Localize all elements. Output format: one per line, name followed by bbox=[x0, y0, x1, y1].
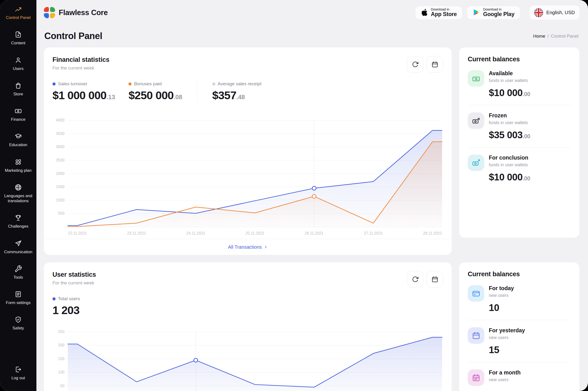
current-balances-users-card: Current balances For today new users 10 bbox=[459, 262, 579, 391]
sidebar-item-form-settings[interactable]: Form settings bbox=[1, 290, 35, 305]
legend-dot bbox=[128, 83, 132, 86]
balance-value: $10 000.00 bbox=[489, 88, 530, 98]
refresh-button[interactable] bbox=[407, 56, 423, 73]
sidebar-item-communication[interactable]: Communication bbox=[1, 240, 35, 254]
sidebar-item-store[interactable]: Store bbox=[1, 82, 35, 97]
main-area: Flawless Core Download in App Store bbox=[36, 0, 588, 391]
sidebar-item-label: Communication bbox=[4, 249, 32, 254]
topbar-actions: Download in App Store Download in Google… bbox=[415, 5, 580, 20]
graduation-cap-icon bbox=[14, 132, 22, 140]
financial-chart-area: 500100015002000250030003500400022.11.202… bbox=[52, 117, 443, 239]
google-play-button[interactable]: Download in Google Play bbox=[467, 6, 520, 20]
balance-item-for-today: For today new users 10 bbox=[468, 278, 571, 320]
banknote-icon bbox=[14, 107, 22, 115]
breadcrumb-current: Control Panel bbox=[551, 34, 579, 39]
sidebar-item-label: Marketing plan bbox=[5, 168, 32, 173]
breadcrumb-separator: / bbox=[548, 34, 549, 39]
sidebar-item-education[interactable]: Education bbox=[1, 132, 35, 147]
topbar: Flawless Core Download in App Store bbox=[36, 0, 588, 25]
svg-text:3500: 3500 bbox=[56, 131, 64, 136]
balance-subtitle: funds in user wallets bbox=[489, 162, 530, 168]
breadcrumb-home-link[interactable]: Home bbox=[533, 34, 545, 39]
sidebar-item-label: Form settings bbox=[6, 300, 31, 305]
file-plus-icon bbox=[14, 31, 22, 38]
sidebar-item-tools[interactable]: Tools bbox=[1, 265, 35, 280]
sidebar-item-users[interactable]: Users bbox=[1, 56, 35, 71]
google-play-small-label: Download in bbox=[483, 8, 501, 11]
banknote-x-icon bbox=[468, 112, 484, 129]
balance-item-available: Available funds in user wallets $10 000.… bbox=[468, 63, 571, 105]
logout-icon bbox=[14, 366, 22, 373]
user-stats-row: Total users 1 203 bbox=[52, 296, 443, 317]
sidebar-item-content[interactable]: Content bbox=[1, 31, 35, 46]
sidebar-item-label: Store bbox=[13, 92, 23, 97]
balance-title: For yesterday bbox=[489, 327, 525, 334]
sidebar-item-challenges[interactable]: Challenges bbox=[1, 214, 35, 229]
financial-statistics-card: Financial statistics For the current wee… bbox=[44, 47, 452, 255]
google-play-icon bbox=[473, 9, 480, 17]
user-chart-area: 5010015020025022.11.202123.11.202124.11.… bbox=[52, 328, 443, 391]
balance-value: $35 003.00 bbox=[489, 130, 530, 140]
language-currency-selector[interactable]: English, USD bbox=[529, 5, 580, 20]
breadcrumb: Home / Control Panel bbox=[533, 34, 579, 39]
svg-text:26.11.2021: 26.11.2021 bbox=[305, 231, 324, 235]
calendar-icon bbox=[468, 327, 484, 344]
svg-text:500: 500 bbox=[58, 211, 64, 215]
shopping-bag-icon bbox=[14, 82, 22, 89]
legend-dot bbox=[212, 83, 215, 86]
stat-label: Total users bbox=[58, 296, 80, 301]
chevron-right-icon bbox=[264, 245, 268, 249]
user-card-subtitle: For the current week bbox=[52, 280, 96, 286]
sidebar-item-label: Control Panel bbox=[6, 15, 30, 20]
page-head: Control Panel Home / Control Panel bbox=[44, 28, 579, 47]
refresh-icon bbox=[412, 276, 419, 283]
svg-text:2000: 2000 bbox=[56, 172, 64, 176]
app-store-button[interactable]: Download in App Store bbox=[415, 6, 463, 20]
all-transactions-link[interactable]: All Transactions bbox=[228, 244, 267, 250]
svg-text:3000: 3000 bbox=[56, 145, 64, 149]
svg-text:150: 150 bbox=[58, 357, 64, 361]
user-statistics-card: User statistics For the current week bbox=[44, 262, 452, 391]
date-filter-button[interactable] bbox=[426, 56, 443, 73]
balance-title: For today bbox=[489, 285, 514, 292]
card-actions bbox=[407, 271, 443, 288]
sidebar-item-label: Education bbox=[9, 142, 27, 147]
app-store-small-label: Download in bbox=[431, 8, 449, 11]
balance-value: 15 bbox=[489, 345, 525, 355]
balance-title: Frozen bbox=[489, 112, 530, 119]
refresh-button[interactable] bbox=[407, 271, 423, 288]
stat-label: Sales turnover bbox=[58, 81, 88, 87]
trophy-icon bbox=[14, 214, 22, 222]
sidebar-item-finance[interactable]: Finance bbox=[1, 107, 35, 122]
stat-label: Bonuses paid bbox=[134, 81, 162, 87]
user-icon bbox=[14, 56, 22, 64]
sidebar-item-log-out[interactable]: Log out bbox=[1, 366, 35, 381]
date-filter-button[interactable] bbox=[426, 271, 443, 288]
svg-text:1500: 1500 bbox=[56, 185, 64, 189]
balance-value: 10 bbox=[489, 302, 514, 313]
sidebar-item-safety[interactable]: Safety bbox=[1, 316, 35, 331]
svg-text:200: 200 bbox=[58, 343, 64, 347]
stat-value: $250 000.08 bbox=[128, 89, 182, 102]
card-actions bbox=[407, 56, 443, 73]
sidebar-item-control-panel[interactable]: Control Panel bbox=[1, 5, 35, 20]
wallet-icon bbox=[468, 285, 484, 302]
balance-subtitle: funds in user wallets bbox=[489, 78, 530, 83]
balance-value: $10 000.00 bbox=[489, 172, 530, 183]
banknote-icon bbox=[468, 70, 484, 87]
balance-subtitle: new users bbox=[489, 335, 525, 340]
refresh-icon bbox=[412, 61, 419, 68]
banknote-arrow-icon bbox=[468, 155, 484, 171]
sidebar-item-marketing-plan[interactable]: Marketing plan bbox=[1, 158, 35, 173]
sidebar-item-label: Users bbox=[13, 66, 23, 71]
balance-item-for-a-month: For a month new users bbox=[468, 362, 571, 391]
balance-subtitle: new users bbox=[489, 293, 514, 298]
shapes-icon bbox=[14, 158, 22, 166]
sidebar-item-label: Tools bbox=[13, 275, 23, 280]
sidebar-item-languages[interactable]: Languages and translations bbox=[1, 184, 35, 204]
locale-label: English, USD bbox=[546, 10, 575, 15]
svg-text:23.11.2021: 23.11.2021 bbox=[127, 231, 146, 235]
svg-text:2500: 2500 bbox=[56, 158, 64, 162]
card-title-block: Financial statistics For the current wee… bbox=[52, 56, 109, 71]
stat-value: $1 000 000.13 bbox=[52, 89, 115, 102]
